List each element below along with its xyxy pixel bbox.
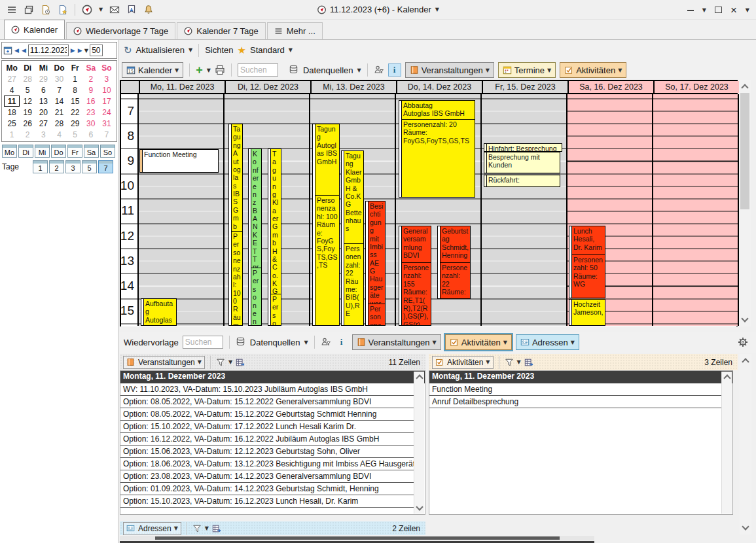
- mini-calendar-day[interactable]: 28: [20, 73, 35, 84]
- mini-calendar-day[interactable]: 30: [51, 73, 67, 84]
- datasources-caret[interactable]: ▼: [304, 340, 308, 345]
- scroll-up-icon[interactable]: [416, 374, 423, 381]
- export-table-icon[interactable]: [524, 358, 533, 367]
- list-scrollbar[interactable]: [414, 372, 424, 514]
- title-dropdown-caret[interactable]: ▼: [435, 7, 439, 12]
- mini-calendar-day[interactable]: 2: [20, 129, 35, 140]
- scrollbar-thumb[interactable]: [155, 536, 560, 540]
- scroll-down-icon[interactable]: [741, 315, 748, 322]
- mini-calendar-day[interactable]: 7: [51, 84, 67, 96]
- list-row[interactable]: Function Meeting: [429, 383, 721, 396]
- date-input[interactable]: [28, 44, 69, 56]
- weekday-button[interactable]: Di: [18, 145, 33, 158]
- date-dropdown-caret[interactable]: ▼: [84, 48, 88, 54]
- mini-calendar-day[interactable]: 12: [20, 96, 35, 107]
- mini-calendar-day[interactable]: 19: [20, 107, 35, 118]
- day-header[interactable]: Mo, 11. Dez 2023: [139, 81, 225, 93]
- weekday-button[interactable]: Do: [51, 145, 66, 158]
- tab-mehr[interactable]: Mehr ...: [267, 22, 323, 39]
- add-dropdown-caret[interactable]: ▼: [207, 67, 211, 73]
- mail-icon[interactable]: [109, 5, 120, 15]
- mini-calendar-day[interactable]: 18: [4, 107, 20, 118]
- add-icon[interactable]: +: [196, 64, 203, 76]
- calendar-event[interactable]: Hochzeit Jameson,: [569, 299, 605, 326]
- mini-calendar-day[interactable]: 29: [67, 118, 83, 129]
- list-row[interactable]: WV: 11.10.2023, VA-Datum: 15.10.2023 Jub…: [120, 383, 414, 396]
- list-row[interactable]: Option: 15.10.2022, VA-Datum: 17.12.2022…: [120, 421, 414, 433]
- calendar-event[interactable]: Rückfahrt:: [484, 175, 560, 187]
- calendar-event[interactable]: Abbautag Autoglas IBS GmbH Personenzahl:…: [399, 100, 475, 198]
- next-day-button[interactable]: ▶: [70, 47, 76, 54]
- mini-calendar-day[interactable]: 27: [35, 118, 51, 129]
- mini-calendar-day[interactable]: 21: [51, 107, 67, 118]
- info-toggle[interactable]: i: [335, 336, 348, 349]
- mini-calendar-day[interactable]: 4: [4, 84, 20, 96]
- app-logo-icon[interactable]: [82, 5, 92, 15]
- refresh-label[interactable]: Aktualisieren: [136, 45, 185, 55]
- calendar-event[interactable]: Besichtigung mit Imbiss AEG Hausgerätewe…: [365, 201, 386, 326]
- list-row[interactable]: Option: 01.09.2023, VA-Datum: 14.12.2023…: [120, 483, 414, 495]
- list-row[interactable]: Option: 08.05.2022, VA-Datum: 15.12.2022…: [120, 396, 414, 408]
- refresh-dropdown-caret[interactable]: ▼: [189, 47, 192, 53]
- datasources-label[interactable]: Datenquellen: [303, 65, 353, 75]
- day-column-sunday[interactable]: [653, 94, 739, 326]
- aktivitaeten-button[interactable]: Aktivitäten ▼: [560, 62, 626, 78]
- veranstaltungen-panel-button[interactable]: Veranstaltungen ▼: [123, 356, 205, 369]
- day-header[interactable]: Sa, 16. Dez 2023: [567, 81, 653, 93]
- mini-calendar-day[interactable]: 29: [35, 73, 51, 84]
- list-row[interactable]: Option: 15.10.2023, VA-Datum: 16.12.2023…: [120, 495, 414, 508]
- export-table-icon[interactable]: [212, 524, 221, 533]
- calendar-event[interactable]: Function Meeting: [139, 149, 219, 173]
- tab-kalender[interactable]: Kalender: [4, 20, 65, 39]
- mini-calendar-day[interactable]: 1: [67, 73, 83, 84]
- mini-calendar-day[interactable]: 30: [83, 118, 99, 129]
- filter-icon[interactable]: [505, 358, 514, 367]
- aktivitaeten-panel-button[interactable]: Aktivitäten ▼: [432, 356, 494, 369]
- adressen-button[interactable]: Adressen ▼: [516, 334, 579, 350]
- person-filter-icon[interactable]: [374, 65, 384, 75]
- tab-kalender-7-tage[interactable]: Kalender 7 Tage: [177, 22, 265, 39]
- mini-calendar-day[interactable]: 24: [99, 107, 115, 118]
- list-row[interactable]: Option: 23.08.2023, VA-Datum: 14.12.2023…: [120, 470, 414, 483]
- day-column-friday[interactable]: [482, 94, 567, 326]
- mini-calendar-day[interactable]: 5: [20, 84, 35, 96]
- list-row[interactable]: Option: 08.05.2022, VA-Datum: 15.12.2022…: [120, 408, 414, 421]
- week-number[interactable]: 50: [90, 44, 103, 56]
- document-clock-icon[interactable]: [41, 5, 51, 15]
- bell-icon[interactable]: [143, 5, 154, 15]
- tab-wiedervorlage-7-tage[interactable]: Wiedervorlage 7 Tage: [66, 22, 175, 39]
- bottom-search-input[interactable]: [183, 336, 223, 349]
- mini-calendar-day[interactable]: 6: [83, 129, 99, 140]
- tage-button[interactable]: 1: [33, 160, 48, 173]
- logo-dropdown-caret[interactable]: ▼: [99, 7, 103, 12]
- standard-dropdown-caret[interactable]: ▼: [289, 47, 293, 53]
- scroll-up-icon[interactable]: [742, 358, 749, 365]
- day-header[interactable]: Mi, 13. Dez 2023: [310, 81, 396, 93]
- list-row[interactable]: Anruf Detailbesprechung: [429, 396, 721, 408]
- mini-calendar-day[interactable]: 1: [4, 129, 20, 140]
- calendar-event[interactable]: Geburtstag Schmidt, Henning Personenzahl…: [437, 226, 471, 299]
- calendar-event[interactable]: Aufbautag Autoglas IBS GmbH: [141, 298, 177, 326]
- prev-week-button[interactable]: ◀: [14, 47, 20, 54]
- calendar-event[interactable]: Tagung Klaer GmbH & Co.KG Bettenhaus Per…: [341, 150, 364, 326]
- mini-calendar-day[interactable]: 20: [35, 107, 51, 118]
- scroll-down-icon[interactable]: [416, 503, 423, 510]
- weekday-button[interactable]: So: [100, 145, 115, 158]
- weekday-button[interactable]: Sa: [84, 145, 99, 158]
- mini-calendar-day[interactable]: 26: [20, 118, 35, 129]
- prev-day-button[interactable]: ◀: [21, 47, 27, 54]
- day-header[interactable]: Di, 12. Dez 2023: [225, 81, 310, 93]
- mini-calendar-day[interactable]: 5: [67, 129, 83, 140]
- database-icon[interactable]: [289, 65, 299, 75]
- aktivitaeten-button[interactable]: Aktivitäten ▼: [445, 334, 512, 350]
- window-options-caret[interactable]: ▼: [746, 7, 749, 13]
- calendar-event[interactable]: Konferenz BANKETTprofi GmbH Personenzahl…: [248, 149, 262, 326]
- mini-calendar-day[interactable]: 22: [67, 107, 83, 118]
- mini-calendar-day[interactable]: 7: [99, 129, 115, 140]
- close-button[interactable]: ×: [730, 5, 737, 16]
- calendar-mode-button[interactable]: 15 Kalender ▼: [122, 62, 183, 78]
- mini-calendar-day[interactable]: 6: [35, 84, 51, 96]
- mini-calendar-day[interactable]: 8: [67, 84, 83, 96]
- list-row[interactable]: Option: 15.06.2023, VA-Datum: 12.12.2023…: [120, 446, 414, 458]
- calendar-event[interactable]: Tagung Klaer GmbH & Co. KG Bettenhaus Pe…: [268, 149, 281, 326]
